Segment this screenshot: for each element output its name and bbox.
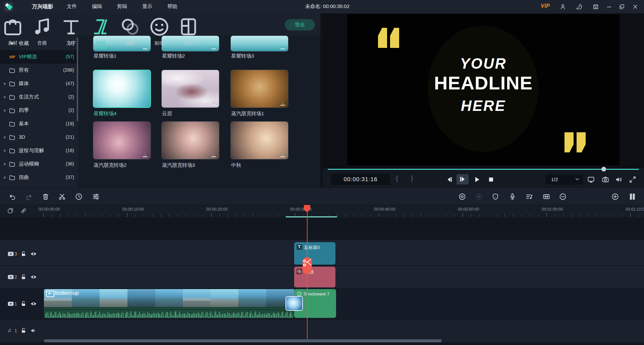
sidebar-item-媒体[interactable]: 媒体(47)	[0, 77, 79, 90]
transition-中秋[interactable]: ↓	[230, 121, 288, 159]
lock-icon[interactable]	[20, 300, 27, 307]
transition-蒸汽朋克转场3[interactable]: ↓	[161, 121, 219, 159]
play-button[interactable]	[473, 176, 481, 184]
sidebar-item-生活方式[interactable]: 生活方式(2)	[0, 90, 79, 104]
expand-arrow-icon[interactable]	[4, 82, 6, 85]
zoom-out-icon[interactable]	[559, 193, 567, 201]
feedback-icon[interactable]	[576, 3, 583, 10]
link-icon[interactable]	[20, 207, 27, 214]
export-button[interactable]: 导出	[285, 19, 315, 30]
lock-icon[interactable]	[20, 327, 27, 334]
undo-icon[interactable]	[8, 193, 16, 201]
clip-video-filmstrip[interactable]	[44, 289, 294, 307]
restore-icon[interactable]	[619, 3, 625, 10]
tab-滤镜[interactable]: 滤镜	[119, 15, 142, 46]
transition-星耀转场3[interactable]: ↓	[230, 36, 288, 52]
timeline-ruler[interactable]: 00:00:00:0000:00:10:0000:00:20:0000:00:3…	[0, 205, 644, 218]
playhead-line[interactable]	[307, 212, 308, 339]
download-icon[interactable]: ↓	[211, 151, 216, 157]
download-icon[interactable]: ↓	[211, 44, 216, 50]
expand-arrow-icon[interactable]	[4, 109, 6, 112]
expand-arrow-icon[interactable]	[4, 96, 6, 98]
timeline-scrollbar[interactable]	[44, 339, 442, 342]
tab-音频[interactable]: 音频	[31, 15, 53, 46]
speaker-icon[interactable]	[30, 327, 37, 334]
store-icon[interactable]	[592, 3, 599, 10]
cut-scissors-button[interactable]	[303, 257, 312, 274]
transition-云层[interactable]: ↓	[161, 70, 219, 108]
expand-arrow-icon[interactable]	[4, 176, 6, 179]
lock-icon[interactable]	[20, 251, 27, 257]
eye-icon[interactable]	[30, 300, 37, 307]
menu-1[interactable]: 编辑	[89, 3, 105, 10]
adjust-icon[interactable]	[92, 193, 100, 201]
sidebar-item-四季[interactable]: 四季(2)	[0, 104, 79, 117]
mark-out-button[interactable]: }	[411, 175, 413, 182]
next-frame-button[interactable]	[457, 174, 469, 185]
sidebar-item-扭曲[interactable]: 扭曲(37)	[0, 171, 79, 184]
timer-icon[interactable]	[75, 193, 83, 201]
stop-button[interactable]	[487, 176, 495, 184]
menu-3[interactable]: 显示	[139, 3, 155, 10]
app-logo-icon[interactable]	[4, 2, 13, 11]
preview-zoom-dropdown[interactable]: 1/2	[546, 175, 583, 185]
transition-星耀转场4[interactable]	[93, 70, 151, 108]
fullscreen-icon[interactable]	[629, 176, 637, 184]
redo-icon[interactable]	[25, 193, 33, 201]
expand-arrow-icon[interactable]	[4, 149, 6, 152]
minimize-icon[interactable]	[606, 3, 612, 10]
sidebar-item-VIP精选[interactable]: VIPVIP精选(57)	[0, 50, 79, 64]
expand-arrow-icon[interactable]	[4, 136, 6, 139]
applied-transition-thumb[interactable]	[285, 296, 303, 311]
tab-转场[interactable]: 转场	[90, 15, 112, 49]
eye-icon[interactable]	[30, 274, 37, 280]
clip-title[interactable]: T 新标题5	[294, 242, 335, 265]
menu-4[interactable]: 帮助	[164, 3, 180, 10]
preview-progress-bar[interactable]	[328, 169, 639, 170]
insert-clip-icon[interactable]	[7, 207, 14, 214]
track-layout-icon[interactable]	[628, 193, 637, 201]
download-icon[interactable]: ↓	[280, 151, 285, 157]
previous-frame-button[interactable]	[445, 176, 453, 184]
download-icon[interactable]: ↓	[280, 100, 285, 106]
preview-progress-handle[interactable]	[601, 167, 606, 171]
render-icon[interactable]	[458, 193, 466, 201]
fit-timeline-icon[interactable]	[542, 193, 550, 201]
lock-icon[interactable]	[20, 274, 27, 280]
zoom-in-icon[interactable]	[611, 193, 619, 201]
download-icon[interactable]: ↓	[143, 151, 148, 157]
microphone-icon[interactable]	[508, 193, 517, 201]
vip-badge[interactable]: VIP	[541, 3, 550, 9]
sidebar-item-3D[interactable]: 3D(21)	[0, 131, 79, 144]
transition-蒸汽朋克转场1[interactable]: ↓	[230, 70, 288, 108]
user-icon[interactable]	[559, 3, 566, 10]
transition-蒸汽朋克转场2[interactable]: ↓	[93, 121, 151, 159]
auto-ripple-icon[interactable]	[475, 193, 483, 201]
sidebar-item-所有[interactable]: 所有(286)	[0, 64, 79, 77]
volume-icon[interactable]	[615, 176, 623, 184]
close-icon[interactable]	[632, 3, 639, 10]
sidebar-item-波纹与溶解[interactable]: 波纹与溶解(16)	[0, 144, 79, 157]
mark-in-button[interactable]: {	[396, 175, 398, 182]
expand-arrow-icon[interactable]	[4, 163, 6, 165]
menu-0[interactable]: 文件	[64, 3, 80, 10]
tab-贴纸[interactable]: 贴纸	[148, 15, 171, 46]
download-icon[interactable]: ↓	[143, 44, 148, 50]
sidebar-item-基本[interactable]: 基本(18)	[0, 117, 79, 131]
delete-icon[interactable]	[42, 193, 50, 201]
tab-分屏[interactable]: 分屏	[177, 15, 200, 46]
clip-effect[interactable]: 特效	[294, 267, 335, 287]
snapshot-camera-icon[interactable]	[601, 176, 609, 184]
tab-文字[interactable]: 文字	[60, 15, 83, 46]
sidebar-scrollbar[interactable]	[77, 38, 78, 121]
audio-mixer-icon[interactable]	[525, 193, 533, 201]
display-device-icon[interactable]	[587, 176, 595, 184]
split-icon[interactable]	[58, 193, 66, 201]
shield-icon[interactable]	[491, 193, 499, 201]
sidebar-item-运动模糊[interactable]: 运动模糊(36)	[0, 157, 79, 171]
clip-video-waveform[interactable]	[44, 310, 294, 318]
menu-2[interactable]: 剪辑	[114, 3, 130, 10]
eye-icon[interactable]	[30, 251, 37, 257]
tab-素材[interactable]: 素材	[1, 15, 24, 46]
download-icon[interactable]: ↓	[211, 100, 216, 106]
